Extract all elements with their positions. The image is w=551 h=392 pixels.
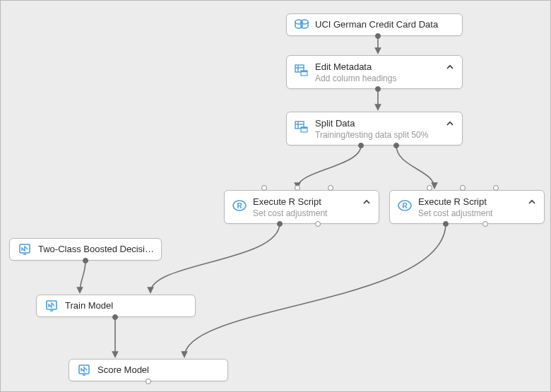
node-title: Execute R Script [253,196,357,208]
node-subtitle: Training/testing data split 50% [315,130,441,141]
input-port[interactable] [328,185,333,191]
node-split-data[interactable]: Split Data Training/testing data split 5… [286,112,463,145]
chevron-up-icon[interactable] [445,63,455,73]
model-icon [17,242,32,257]
output-port[interactable] [83,258,88,263]
input-port[interactable] [427,185,432,191]
output-port[interactable] [358,143,364,148]
chevron-up-icon[interactable] [445,119,455,130]
output-port[interactable] [375,33,381,39]
output-port[interactable] [315,221,321,227]
svg-rect-8 [301,71,307,72]
node-r-script-left[interactable]: R Execute R Script Set cost adjustment [224,190,379,224]
r-script-icon: R [397,198,413,213]
input-port[interactable] [460,185,466,191]
input-port[interactable] [261,185,267,191]
table-edit-icon [294,119,309,135]
output-port[interactable] [277,221,283,227]
table-edit-icon [294,63,309,78]
dataset-icon [294,17,309,32]
svg-rect-13 [301,127,307,129]
output-port[interactable] [482,221,488,227]
output-port[interactable] [146,379,151,384]
node-title: Train Model [65,300,188,312]
node-title: Edit Metadata [315,61,441,73]
node-subtitle: Set cost adjustment [418,208,523,220]
node-subtitle: Add column headings [315,73,441,85]
node-subtitle: Set cost adjustment [253,208,357,220]
output-port[interactable] [443,221,449,227]
r-script-icon: R [232,198,247,213]
node-edit-metadata[interactable]: Edit Metadata Add column headings [286,55,463,89]
node-title: Score Model [97,364,220,376]
input-port[interactable] [493,185,499,191]
svg-text:R: R [402,202,408,210]
node-r-script-right[interactable]: R Execute R Script Set cost adjustment [389,190,545,224]
output-port[interactable] [393,143,399,148]
chevron-up-icon[interactable] [527,198,537,208]
model-icon [76,362,92,378]
svg-text:R: R [237,202,242,210]
model-icon [44,298,59,314]
node-title: Execute R Script [418,196,523,208]
node-title: Split Data [315,118,441,130]
node-title: UCI German Credit Card Data [315,19,455,31]
input-port[interactable] [295,185,300,191]
chevron-up-icon[interactable] [362,198,372,208]
output-port[interactable] [375,86,381,92]
node-data-source[interactable]: UCI German Credit Card Data [286,13,463,36]
node-title: Two-Class Boosted Decision... [38,244,154,256]
output-port[interactable] [112,314,118,320]
